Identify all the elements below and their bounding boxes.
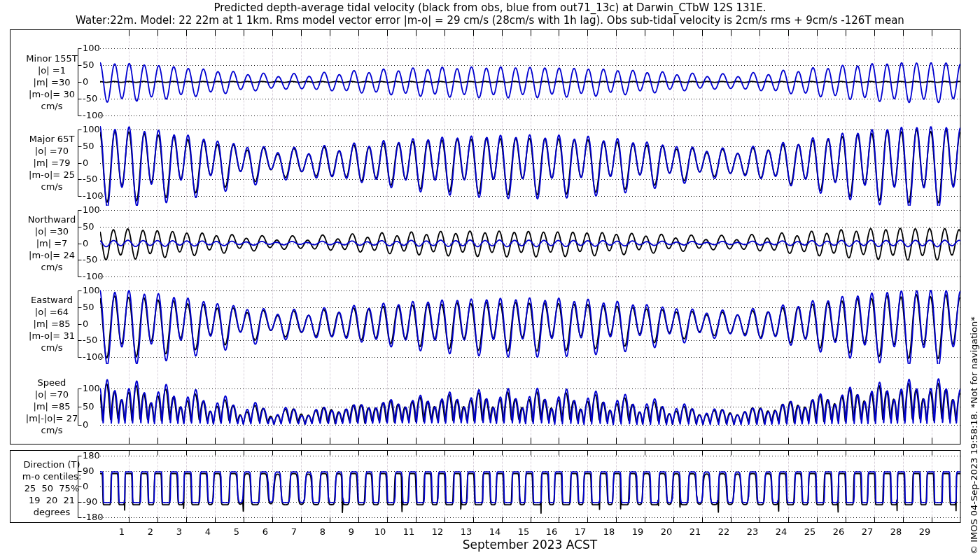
y-tick-label-major-100: 100: [83, 125, 100, 134]
tidal-velocity-figure: Predicted depth-average tidal velocity (…: [0, 0, 980, 560]
x-tick-label-day-29: 29: [914, 526, 935, 537]
x-tick-label-day-13: 13: [456, 526, 477, 537]
y-tick-label-direction--90: -90: [83, 497, 97, 506]
y-tick-label-northward--50: -50: [83, 255, 97, 264]
x-tick-label-day-27: 27: [857, 526, 878, 537]
x-tick-label-day-23: 23: [742, 526, 763, 537]
x-tick-label-day-1: 1: [111, 526, 132, 537]
y-tick-label-direction-90: 90: [83, 466, 94, 475]
x-tick-label-day-24: 24: [771, 526, 792, 537]
y-tick-label-direction-180: 180: [83, 451, 100, 460]
y-tick-label-minor-0: 0: [83, 77, 88, 86]
x-tick-label-day-20: 20: [656, 526, 677, 537]
y-tick-label-major--50: -50: [83, 174, 97, 183]
y-tick-label-direction--180: -180: [83, 512, 104, 522]
figure-title-line1: Predicted depth-average tidal velocity (…: [0, 1, 980, 14]
plot-canvas: [0, 0, 980, 560]
x-tick-label-day-4: 4: [197, 526, 218, 537]
x-tick-label-day-12: 12: [427, 526, 448, 537]
x-tick-label-day-15: 15: [513, 526, 534, 537]
y-tick-label-minor-50: 50: [83, 60, 94, 69]
y-tick-label-northward-100: 100: [83, 205, 100, 214]
x-tick-label-day-18: 18: [598, 526, 620, 537]
x-tick-label-day-2: 2: [140, 526, 161, 537]
y-tick-label-major-50: 50: [83, 141, 94, 150]
y-tick-label-northward--100: -100: [83, 272, 104, 281]
figure-title-line2: Water:22m. Model: 22 22m at 1 1km. Rms m…: [0, 14, 980, 27]
x-tick-label-day-8: 8: [312, 526, 333, 537]
x-tick-label-day-21: 21: [685, 526, 706, 537]
x-tick-label-day-16: 16: [541, 526, 562, 537]
x-tick-label-day-22: 22: [713, 526, 734, 537]
y-tick-label-minor--100: -100: [83, 111, 104, 120]
x-tick-label-day-7: 7: [284, 526, 304, 537]
x-tick-label-day-25: 25: [799, 526, 820, 537]
x-tick-label-day-9: 9: [341, 526, 362, 537]
x-tick-label-day-19: 19: [627, 526, 648, 537]
y-tick-label-direction-0: 0: [83, 482, 88, 491]
y-tick-label-northward-0: 0: [83, 239, 88, 248]
x-tick-label-day-10: 10: [370, 526, 391, 537]
x-tick-label-day-11: 11: [398, 526, 419, 537]
x-tick-label-day-3: 3: [169, 526, 190, 537]
imos-watermark: © IMOS 04-Sep-2023 19:58:18. *Not for na…: [969, 316, 979, 554]
y-tick-label-eastward-0: 0: [83, 319, 88, 328]
y-tick-label-northward-50: 50: [83, 222, 94, 231]
y-tick-label-speed-50: 50: [83, 402, 94, 411]
x-tick-label-day-5: 5: [226, 526, 247, 537]
x-tick-label-day-14: 14: [484, 526, 505, 537]
y-tick-label-speed-100: 100: [83, 384, 100, 393]
x-tick-label-day-26: 26: [828, 526, 849, 537]
x-tick-label-day-28: 28: [886, 526, 906, 537]
y-tick-label-eastward-100: 100: [83, 286, 100, 295]
y-tick-label-speed-0: 0: [83, 420, 88, 429]
y-tick-label-eastward--100: -100: [83, 352, 104, 361]
x-tick-label-day-17: 17: [570, 526, 591, 537]
x-tick-label-day-6: 6: [255, 526, 276, 537]
x-axis-title: September 2023 ACST: [180, 538, 880, 552]
y-tick-label-eastward--50: -50: [83, 335, 97, 344]
y-tick-label-eastward-50: 50: [83, 302, 94, 312]
y-tick-label-minor--50: -50: [83, 94, 97, 103]
y-tick-label-major-0: 0: [83, 158, 88, 167]
y-tick-label-minor-100: 100: [83, 43, 100, 52]
y-tick-label-major--100: -100: [83, 191, 104, 200]
